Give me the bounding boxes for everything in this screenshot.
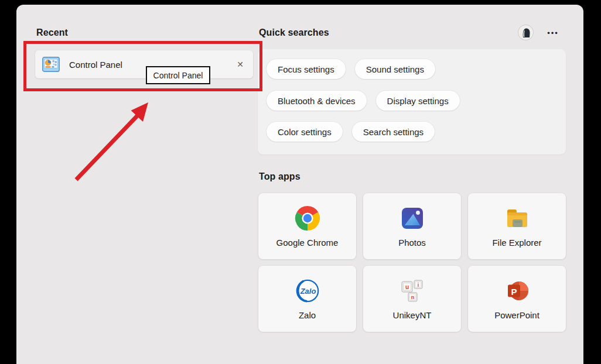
svg-text:Zalo: Zalo <box>299 286 316 295</box>
app-label: PowerPoint <box>494 310 539 320</box>
app-tile-powerpoint[interactable]: P PowerPoint <box>468 266 566 332</box>
zalo-icon: Zalo <box>295 278 320 304</box>
powerpoint-icon: P <box>504 278 530 304</box>
unikey-icon: u i n <box>399 278 425 304</box>
svg-text:P: P <box>511 286 517 296</box>
quick-search-display-settings[interactable]: Display settings <box>376 91 460 111</box>
app-tile-file-explorer[interactable]: File Explorer <box>468 193 566 259</box>
svg-text:u: u <box>405 284 408 290</box>
svg-text:n: n <box>411 294 414 300</box>
top-apps-grid: Google Chrome <box>258 193 566 332</box>
quick-searches-heading: Quick searches <box>259 28 329 38</box>
remove-recent-icon[interactable]: ✕ <box>237 60 244 68</box>
quick-search-bluetooth-devices[interactable]: Bluetooth & devices <box>267 91 367 111</box>
app-label: Google Chrome <box>276 238 339 248</box>
quick-searches-panel: Focus settings Sound settings Bluetooth … <box>258 49 566 154</box>
windows-search-screenshot: Recent Control Panel ✕ Control Panel <box>0 0 601 364</box>
app-label: Zalo <box>299 310 316 320</box>
user-avatar[interactable] <box>518 25 534 40</box>
app-tile-zalo[interactable]: Zalo Zalo <box>258 266 356 332</box>
app-label: Photos <box>398 238 426 248</box>
app-tile-photos[interactable]: Photos <box>363 193 461 259</box>
recent-heading: Recent <box>36 28 68 38</box>
app-label: File Explorer <box>492 238 541 248</box>
file-explorer-icon <box>504 205 530 231</box>
control-panel-icon <box>42 57 60 72</box>
photos-icon <box>399 205 425 231</box>
quick-search-focus-settings[interactable]: Focus settings <box>267 59 346 79</box>
quick-search-sound-settings[interactable]: Sound settings <box>355 59 435 79</box>
tooltip: Control Panel <box>146 66 210 84</box>
quick-search-color-settings[interactable]: Color settings <box>267 122 343 142</box>
quick-search-search-settings[interactable]: Search settings <box>352 122 435 142</box>
svg-text:i: i <box>417 281 418 287</box>
chrome-icon <box>295 205 320 231</box>
top-apps-heading: Top apps <box>259 171 300 182</box>
more-options-icon[interactable]: ••• <box>542 26 564 39</box>
recent-item-control-panel[interactable]: Control Panel ✕ <box>35 50 253 78</box>
app-label: UnikeyNT <box>393 310 432 320</box>
app-tile-google-chrome[interactable]: Google Chrome <box>258 193 356 259</box>
app-tile-unikeynt[interactable]: u i n UnikeyNT <box>363 266 461 332</box>
